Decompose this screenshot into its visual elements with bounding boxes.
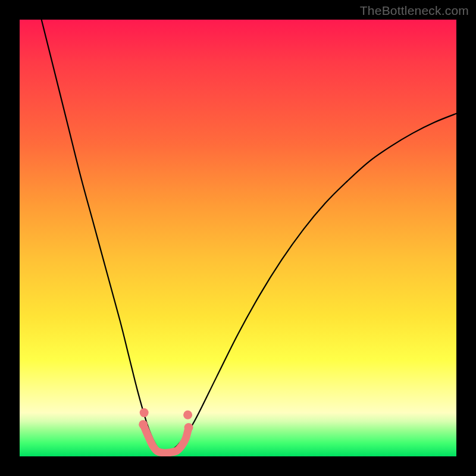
- watermark-text: TheBottleneck.com: [360, 4, 469, 18]
- chart-frame: TheBottleneck.com: [0, 0, 476, 476]
- plot-area: [20, 20, 456, 456]
- marker-dot: [184, 423, 193, 432]
- black-curve: [42, 20, 456, 453]
- pink-bottom-accent: [143, 424, 189, 453]
- marker-dot: [140, 408, 149, 417]
- curves-svg: [20, 20, 456, 456]
- marker-dot: [183, 411, 192, 419]
- marker-dot: [139, 420, 148, 429]
